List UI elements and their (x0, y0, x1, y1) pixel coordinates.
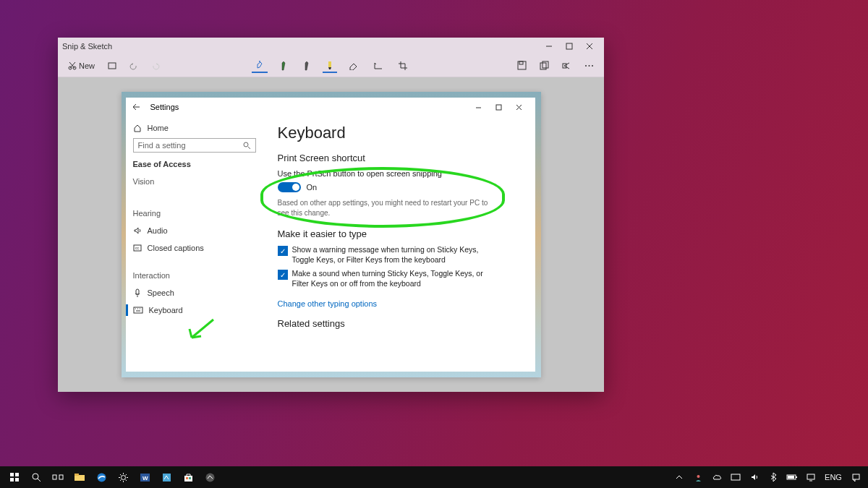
svg-rect-63 (796, 476, 797, 478)
section-print-screen: Print Screen shortcut (278, 153, 521, 163)
ballpoint-pen-button[interactable] (276, 59, 291, 72)
redo-button[interactable] (148, 60, 163, 72)
section-related: Related settings (278, 318, 521, 329)
app-button-1[interactable] (156, 467, 176, 487)
word-button[interactable]: W (135, 467, 155, 487)
audio-icon (133, 226, 142, 235)
checkbox-sound[interactable]: ✓ (278, 270, 288, 280)
svg-rect-33 (10, 473, 14, 476)
svg-rect-13 (540, 63, 546, 69)
start-button[interactable] (4, 467, 25, 487)
annotation-arrow (181, 316, 224, 345)
search-placeholder: Find a setting (138, 141, 243, 150)
svg-point-60 (697, 475, 699, 478)
save-button[interactable] (514, 59, 529, 72)
highlighter-button[interactable] (323, 59, 337, 73)
edge-button[interactable] (91, 467, 111, 487)
eraser-button[interactable] (346, 60, 362, 72)
screenshot-preview: Settings Home Find a setting (122, 92, 541, 377)
page-heading: Keyboard (278, 124, 521, 142)
svg-line-52 (125, 474, 127, 476)
svg-point-59 (205, 473, 214, 481)
tray-volume[interactable] (746, 467, 762, 487)
sidebar-item-label: Speech (148, 288, 174, 297)
taskbar: W ENG (0, 466, 868, 488)
svg-point-44 (121, 475, 125, 479)
settings-close-button[interactable] (509, 104, 529, 111)
svg-rect-56 (184, 476, 192, 481)
snip-sketch-window: Snip & Sketch New (58, 38, 604, 392)
svg-point-37 (33, 474, 38, 479)
svg-line-50 (125, 479, 127, 481)
sidebar-group-hearing: Hearing (133, 205, 256, 222)
annotation-oval (260, 167, 505, 228)
sidebar-item-closed-captions[interactable]: cc Closed captions (133, 239, 256, 257)
file-explorer-button[interactable] (69, 467, 90, 487)
svg-rect-27 (136, 289, 139, 294)
checkbox-sound-label: Make a sound when turning Sticky Keys, T… (292, 269, 495, 288)
tray-battery[interactable] (784, 467, 800, 487)
checkbox-warning-label: Show a warning message when turning on S… (292, 245, 495, 265)
tray-notifications[interactable] (848, 467, 864, 487)
sidebar-item-label: Audio (148, 226, 168, 235)
new-snip-button[interactable]: New (65, 60, 98, 72)
copy-button[interactable] (537, 59, 552, 72)
close-button[interactable] (579, 39, 600, 53)
tray-network[interactable] (803, 467, 819, 487)
svg-rect-55 (163, 474, 171, 481)
svg-rect-28 (134, 307, 142, 313)
touch-writing-button[interactable] (252, 59, 268, 73)
tray-onedrive[interactable] (709, 467, 725, 487)
search-button[interactable] (26, 467, 46, 487)
checkbox-row-sound: ✓ Make a sound when turning Sticky Keys,… (278, 269, 521, 288)
sidebar-home[interactable]: Home (133, 121, 256, 138)
svg-point-18 (592, 65, 593, 67)
tray-language[interactable]: ENG (822, 467, 845, 487)
svg-line-7 (69, 62, 75, 68)
crop-button[interactable] (395, 59, 411, 72)
settings-minimize-button[interactable] (469, 104, 489, 111)
snip-toolbar: New (58, 55, 604, 77)
settings-titlebar: Settings (126, 98, 535, 116)
svg-rect-39 (53, 475, 56, 479)
back-button[interactable] (132, 103, 146, 111)
snip-title: Snip & Sketch (62, 42, 539, 51)
checkbox-warning[interactable]: ✓ (278, 246, 288, 256)
svg-rect-8 (109, 63, 116, 69)
new-label: New (79, 61, 95, 70)
sidebar-item-audio[interactable]: Audio (133, 222, 256, 239)
undo-button[interactable] (127, 60, 141, 72)
snip-canvas: Settings Home Find a setting (58, 77, 604, 392)
svg-rect-12 (519, 61, 523, 64)
store-button[interactable] (178, 467, 198, 487)
svg-line-24 (248, 147, 250, 149)
ruler-button[interactable] (370, 60, 386, 72)
settings-button[interactable] (113, 467, 133, 487)
svg-rect-10 (328, 61, 331, 67)
svg-text:W: W (142, 475, 148, 481)
sidebar-search[interactable]: Find a setting (133, 138, 256, 153)
snip-sketch-taskbar-button[interactable] (200, 467, 220, 487)
svg-rect-40 (59, 475, 63, 479)
settings-maximize-button[interactable] (489, 104, 509, 111)
minimize-button[interactable] (539, 39, 559, 53)
tray-keyboard[interactable] (728, 467, 744, 487)
maximize-button[interactable] (559, 39, 579, 53)
svg-rect-14 (542, 61, 548, 68)
sidebar-item-speech[interactable]: Speech (133, 284, 256, 301)
svg-rect-58 (189, 477, 191, 479)
svg-rect-64 (788, 476, 794, 479)
change-other-link[interactable]: Change other typing options (278, 299, 378, 308)
home-icon (133, 124, 142, 132)
tray-chevron[interactable] (671, 467, 687, 487)
task-view-button[interactable] (48, 467, 68, 487)
share-button[interactable] (559, 59, 574, 72)
more-button[interactable] (582, 59, 597, 72)
pencil-button[interactable] (299, 59, 314, 72)
snip-titlebar: Snip & Sketch (58, 38, 604, 55)
rect-snip-button[interactable] (105, 60, 119, 72)
tray-people[interactable] (690, 467, 706, 487)
tray-bluetooth[interactable] (765, 467, 781, 487)
speech-icon (133, 288, 142, 297)
home-label: Home (148, 124, 169, 132)
